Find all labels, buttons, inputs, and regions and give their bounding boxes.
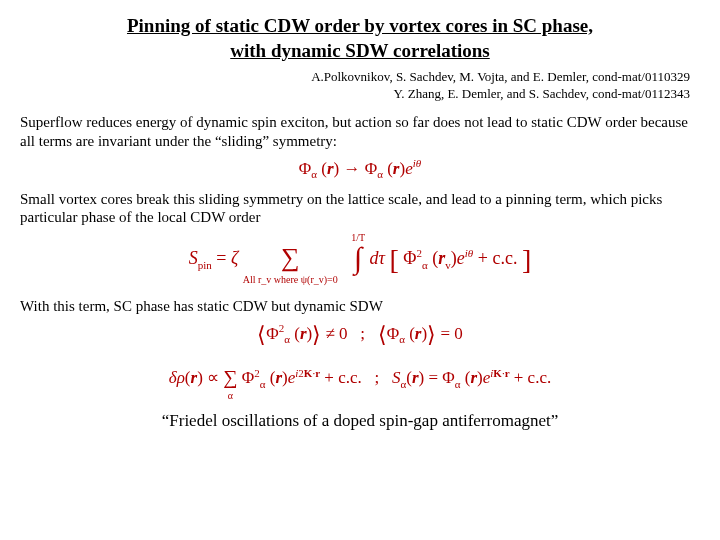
equation-expectation-values: ⟨Φ2α (r)⟩ ≠ 0 ; ⟨Φα (r)⟩ = 0 — [20, 322, 700, 348]
reference-2: Y. Zhang, E. Demler, and S. Sachdev, con… — [20, 86, 690, 103]
reference-1: A.Polkovnikov, S. Sachdev, M. Vojta, and… — [20, 69, 690, 86]
paragraph-3: With this term, SC phase has static CDW … — [20, 297, 700, 316]
equation-sliding-symmetry: Φα (r) → Φα (r)eiθ — [20, 157, 700, 180]
slide-title: Pinning of static CDW order by vortex co… — [60, 14, 660, 63]
equation-density-spin: δρ(r) ∝ ∑ α Φ2α (r)ei2K·r + c.c. ; Sα(r)… — [20, 358, 700, 401]
sum-limit: All r_v where ψ(r_v)=0 — [243, 275, 338, 285]
closing-quote: “Friedel oscillations of a doped spin-ga… — [20, 411, 700, 431]
references-block: A.Polkovnikov, S. Sachdev, M. Vojta, and… — [20, 69, 690, 103]
paragraph-2: Small vortex cores break this sliding sy… — [20, 190, 700, 228]
equation-pinning-action: Spin = ζ ∑ All r_v where ψ(r_v)=0 1/T ∫ … — [20, 233, 700, 287]
title-line-1: Pinning of static CDW order by vortex co… — [127, 15, 593, 36]
title-line-2: with dynamic SDW correlations — [230, 40, 490, 61]
paragraph-1: Superflow reduces energy of dynamic spin… — [20, 113, 700, 151]
